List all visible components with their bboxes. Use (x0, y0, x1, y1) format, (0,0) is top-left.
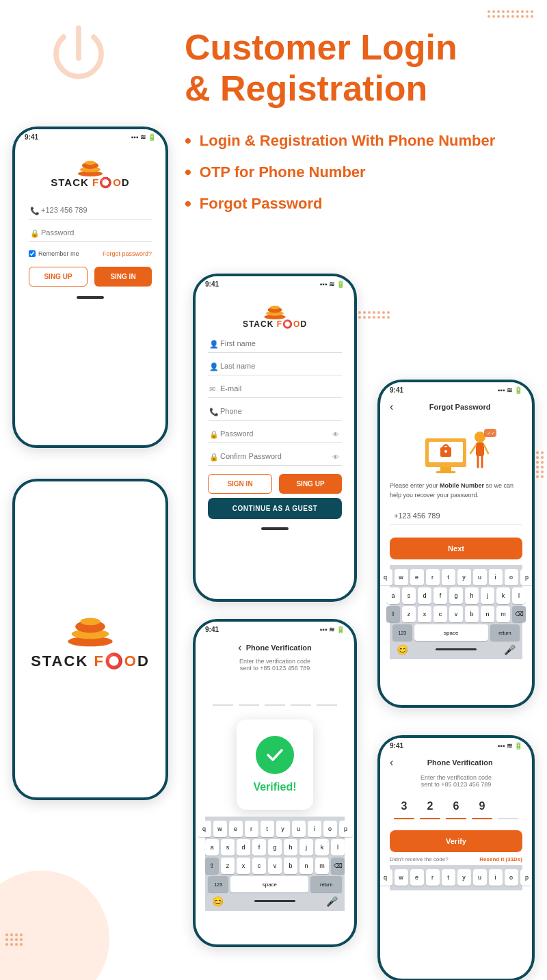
key-u-p6[interactable]: u (473, 869, 487, 886)
key-u-p5[interactable]: u (473, 569, 487, 585)
key-y[interactable]: y (276, 821, 290, 837)
key-123[interactable]: 123 (208, 876, 228, 892)
key-shift[interactable]: ⇧ (205, 858, 219, 874)
lastname-input[interactable] (208, 357, 342, 375)
key-delete[interactable]: ⌫ (331, 858, 345, 874)
key-c-p5[interactable]: c (433, 606, 447, 622)
key-o-p5[interactable]: o (505, 569, 518, 585)
key-s[interactable]: s (221, 839, 235, 856)
emoji-key[interactable]: 😊 (212, 896, 224, 907)
otp-box-2[interactable] (239, 681, 259, 706)
key-x-p5[interactable]: x (418, 606, 431, 622)
key-g-p5[interactable]: g (449, 587, 463, 604)
lastname-wrap[interactable]: 👤 (208, 357, 342, 375)
back-button-p5[interactable]: ‹ (390, 401, 393, 413)
phone-input-wrap-p5[interactable] (390, 507, 522, 525)
password-wrap-p2[interactable]: 🔒 👁 (208, 425, 342, 443)
next-button-p5[interactable]: Next (390, 538, 522, 559)
otp-box-p6-1[interactable] (394, 795, 414, 819)
firstname-input[interactable] (208, 334, 342, 353)
key-d[interactable]: d (237, 839, 250, 856)
key-h[interactable]: h (284, 839, 297, 856)
key-s-p5[interactable]: s (402, 587, 416, 604)
key-b[interactable]: b (284, 858, 297, 874)
key-123-p5[interactable]: 123 (392, 624, 412, 641)
resend-link-p6[interactable]: Resend it (31Ds) (479, 856, 522, 862)
key-a-p5[interactable]: a (386, 587, 400, 604)
key-p-p6[interactable]: p (520, 869, 534, 886)
forgot-password-link-p1[interactable]: Forgot password? (103, 250, 152, 257)
key-w-p6[interactable]: w (395, 869, 408, 886)
password-input-p1[interactable] (29, 224, 152, 242)
phone-wrap-p2[interactable]: 📞 (208, 402, 342, 421)
key-i-p5[interactable]: i (489, 569, 503, 585)
key-w-p5[interactable]: w (395, 569, 408, 585)
remember-me-label[interactable]: Remember me (29, 250, 79, 257)
key-t[interactable]: t (261, 821, 274, 837)
key-m[interactable]: m (315, 858, 329, 874)
key-n[interactable]: n (299, 858, 313, 874)
key-o[interactable]: o (323, 821, 337, 837)
key-f-p5[interactable]: f (433, 587, 447, 604)
key-d-p5[interactable]: d (418, 587, 431, 604)
key-space-p5[interactable]: space (414, 624, 488, 641)
key-t-p6[interactable]: t (442, 869, 455, 886)
mic-key[interactable]: 🎤 (326, 896, 338, 907)
key-delete-p5[interactable]: ⌫ (512, 606, 526, 622)
key-e-p5[interactable]: e (410, 569, 424, 585)
back-button-p4[interactable]: ‹ (238, 641, 241, 654)
otp-box-1[interactable] (213, 681, 233, 706)
confirm-password-input[interactable] (208, 447, 342, 466)
key-l-p5[interactable]: l (512, 587, 526, 604)
key-i-p6[interactable]: i (489, 869, 503, 886)
signin-button-p2[interactable]: SIGN IN (208, 474, 272, 494)
key-p-p5[interactable]: p (520, 569, 534, 585)
key-x[interactable]: x (237, 858, 250, 874)
key-v-p5[interactable]: v (449, 606, 463, 622)
key-k-p5[interactable]: k (496, 587, 510, 604)
otp-box-p6-4[interactable] (472, 795, 492, 819)
key-r-p6[interactable]: r (426, 869, 440, 886)
key-f[interactable]: f (252, 839, 266, 856)
key-g[interactable]: g (268, 839, 282, 856)
key-t-p5[interactable]: t (442, 569, 455, 585)
key-space[interactable]: space (230, 876, 308, 892)
password-input-p2[interactable] (208, 425, 342, 443)
keyboard-p4[interactable]: q w e r t y u i o p a s d f g h j k l (205, 817, 345, 911)
key-w[interactable]: w (213, 821, 227, 837)
key-p[interactable]: p (339, 821, 353, 837)
key-m-p5[interactable]: m (496, 606, 510, 622)
key-k[interactable]: k (315, 839, 329, 856)
key-e-p6[interactable]: e (410, 869, 424, 886)
otp-box-4[interactable] (291, 681, 311, 706)
phone-input-p1[interactable] (29, 201, 152, 220)
key-q-p6[interactable]: q (379, 869, 392, 886)
key-v[interactable]: v (268, 858, 282, 874)
key-a[interactable]: a (205, 839, 219, 856)
key-l[interactable]: l (331, 839, 345, 856)
signup-button-p1[interactable]: SING UP (29, 267, 88, 287)
continue-as-guest-button[interactable]: CONTINUE AS A GUEST (208, 498, 342, 519)
key-e[interactable]: e (229, 821, 243, 837)
confirm-password-wrap[interactable]: 🔒 👁 (208, 447, 342, 466)
password-input-wrap-p1[interactable]: 🔒 (29, 224, 152, 242)
key-c[interactable]: c (252, 858, 266, 874)
firstname-wrap[interactable]: 👤 (208, 334, 342, 353)
key-q-p5[interactable]: q (379, 569, 392, 585)
key-j[interactable]: j (299, 839, 313, 856)
phone-input-p2[interactable] (208, 402, 342, 421)
remember-checkbox[interactable] (29, 250, 36, 257)
verify-button-p6[interactable]: Verify (390, 830, 522, 852)
key-return-p5[interactable]: return (490, 624, 520, 641)
key-u[interactable]: u (292, 821, 306, 837)
email-wrap[interactable]: ✉ (208, 380, 342, 398)
signup-button-p2[interactable]: SING UP (279, 474, 342, 494)
signin-button-p1[interactable]: SING IN (94, 267, 152, 287)
emoji-key-p5[interactable]: 😊 (397, 644, 408, 655)
otp-box-5[interactable] (317, 681, 337, 706)
key-b-p5[interactable]: b (465, 606, 479, 622)
eye-icon-p2b[interactable]: 👁 (332, 453, 339, 460)
key-z-p5[interactable]: z (402, 606, 416, 622)
key-shift-p5[interactable]: ⇧ (386, 606, 400, 622)
key-return[interactable]: return (310, 876, 342, 892)
